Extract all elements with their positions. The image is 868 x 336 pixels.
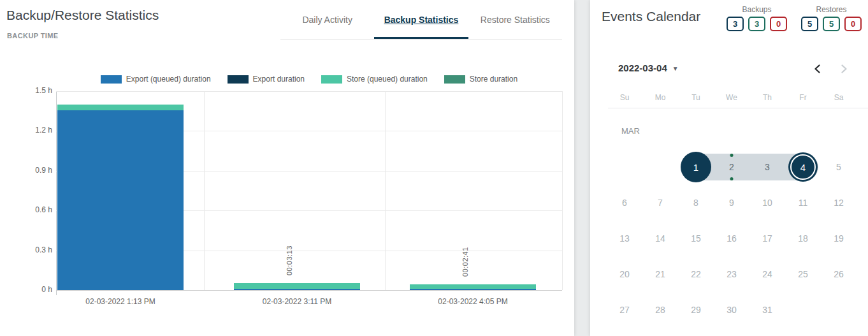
calendar-day-30[interactable]: 30: [714, 292, 749, 328]
calendar-week-row: 20212223242526: [607, 256, 857, 292]
calendar-week-row: 12345: [607, 149, 857, 185]
calendar-day-10[interactable]: 10: [749, 185, 785, 221]
legend-label: Store duration: [470, 75, 517, 84]
chart-subtitle: BACKUP TIME: [7, 32, 59, 40]
plot-area: 00:03:1300:02:41: [56, 91, 562, 290]
selected-day-circle: 1: [681, 152, 711, 182]
calendar-day-9[interactable]: 9: [714, 185, 749, 221]
prev-day-button[interactable]: [811, 62, 824, 75]
calendar-day-empty: [607, 149, 642, 185]
badge-row: 550: [801, 17, 862, 31]
calendar-day-11[interactable]: 11: [785, 185, 821, 221]
weekday-header: SuMoTuWeThFrSa: [607, 93, 857, 102]
calendar-day-14[interactable]: 14: [642, 221, 678, 256]
x-tick-label: 02-03-2022 3:11 PM: [227, 297, 367, 306]
count-badge[interactable]: 0: [770, 17, 787, 31]
weekday-label: We: [714, 93, 749, 102]
gridline-horizontal: [56, 290, 562, 291]
legend-swatch-icon: [101, 75, 122, 84]
weekday-label: Th: [749, 93, 785, 102]
gridline-vertical: [385, 91, 386, 290]
calendar-day-7[interactable]: 7: [642, 185, 678, 221]
calendar-day-5[interactable]: 5: [821, 149, 857, 185]
statistics-tabs: Daily Activity Backup Statistics Restore…: [280, 0, 562, 40]
tab-daily-activity[interactable]: Daily Activity: [280, 0, 374, 39]
backup-time-chart: 0 h0.3 h0.6 h0.9 h1.2 h1.5 h 00:03:1300:…: [0, 91, 574, 321]
events-calendar-panel: Events Calendar Backups330Restores550 20…: [590, 0, 868, 336]
legend-label: Store (queued) duration: [347, 75, 428, 84]
date-selector[interactable]: 2022-03-04 ▼: [618, 62, 679, 73]
calendar-day-18[interactable]: 18: [785, 221, 821, 256]
count-badge[interactable]: 5: [801, 17, 818, 31]
count-badge[interactable]: 0: [844, 17, 862, 31]
calendar-day-28[interactable]: 28: [642, 292, 678, 328]
calendar-day-12[interactable]: 12: [821, 185, 857, 221]
calendar-day-19[interactable]: 19: [821, 221, 857, 256]
calendar-day-6[interactable]: 6: [607, 185, 642, 221]
legend-item-1: Export duration: [228, 75, 305, 84]
gridline-vertical: [562, 91, 563, 290]
y-tick-label: 0.3 h: [0, 245, 52, 254]
calendar-day-20[interactable]: 20: [607, 256, 642, 292]
chevron-left-icon: [813, 64, 822, 73]
count-badge[interactable]: 3: [727, 17, 744, 31]
counter-label: Restores: [816, 5, 846, 14]
calendar-day-empty: [785, 292, 821, 328]
selected-date: 2022-03-04: [618, 62, 667, 73]
calendar-day-4[interactable]: 4: [785, 149, 821, 185]
y-tick-label: 1.5 h: [0, 86, 52, 95]
weekday-label: Tu: [678, 93, 714, 102]
next-day-button[interactable]: [837, 62, 850, 75]
chart-legend: Export (queued) durationExport durationS…: [56, 75, 562, 84]
calendar-day-23[interactable]: 23: [714, 256, 749, 292]
calendar-day-27[interactable]: 27: [607, 292, 642, 328]
calendar-day-16[interactable]: 16: [714, 221, 749, 256]
calendar-grid: 1234567891011121314151617181920212223242…: [607, 149, 857, 328]
calendar-day-13[interactable]: 13: [607, 221, 642, 256]
count-badge[interactable]: 5: [823, 17, 840, 31]
legend-swatch-icon: [228, 75, 249, 84]
weekday-label: Su: [607, 93, 642, 102]
calendar-day-31[interactable]: 31: [749, 292, 785, 328]
calendar-day-15[interactable]: 15: [678, 221, 714, 256]
calendar-day-26[interactable]: 26: [821, 256, 857, 292]
legend-item-3: Store duration: [444, 75, 517, 84]
calendar-week-row: 6789101112: [607, 185, 857, 221]
calendar-day-2[interactable]: 2: [714, 149, 749, 185]
legend-swatch-icon: [321, 75, 342, 84]
calendar-day-17[interactable]: 17: [749, 221, 785, 256]
calendar-day-8[interactable]: 8: [678, 185, 714, 221]
events-calendar-title: Events Calendar: [602, 9, 700, 24]
calendar-day-25[interactable]: 25: [785, 256, 821, 292]
calendar-divider: [608, 108, 868, 108]
event-dot-icon: [730, 154, 734, 157]
backup-statistics-panel: Backup/Restore Statistics BACKUP TIME Da…: [0, 0, 574, 336]
tab-backup-statistics[interactable]: Backup Statistics: [374, 0, 468, 39]
month-label: MAR: [621, 126, 640, 136]
chevron-down-icon: ▼: [672, 65, 679, 72]
y-tick-label: 0.9 h: [0, 166, 52, 175]
calendar-day-3[interactable]: 3: [749, 149, 785, 185]
event-counters: Backups330Restores550: [727, 5, 862, 31]
legend-label: Export (queued) duration: [126, 75, 211, 84]
x-tick-label: 02-03-2022 4:05 PM: [403, 297, 543, 306]
y-tick-label: 0 h: [0, 285, 52, 294]
legend-item-0: Export (queued) duration: [101, 75, 211, 84]
calendar-day-empty: [821, 292, 857, 328]
calendar-day-24[interactable]: 24: [749, 256, 785, 292]
bar-segment: [57, 110, 184, 290]
counter-group-restores: Restores550: [801, 5, 862, 31]
gridline-vertical: [204, 91, 205, 290]
weekday-label: Sa: [821, 93, 857, 102]
calendar-day-22[interactable]: 22: [678, 256, 714, 292]
bar-segment: [57, 105, 184, 110]
calendar-day-29[interactable]: 29: [678, 292, 714, 328]
badge-row: 330: [727, 17, 787, 31]
chevron-right-icon: [839, 64, 848, 73]
calendar-day-21[interactable]: 21: [642, 256, 678, 292]
count-badge[interactable]: 3: [748, 17, 765, 31]
y-tick-label: 0.6 h: [0, 205, 52, 214]
tab-restore-statistics[interactable]: Restore Statistics: [468, 0, 562, 39]
calendar-day-1[interactable]: 1: [678, 149, 714, 185]
gridline-horizontal: [56, 91, 562, 92]
